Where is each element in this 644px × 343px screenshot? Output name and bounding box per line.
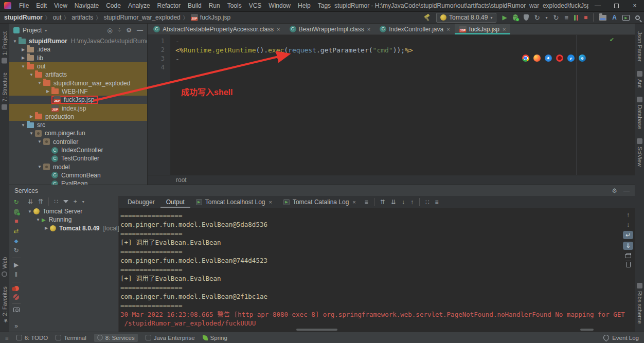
breadcrumb-project[interactable]: stupidRumor bbox=[4, 14, 43, 21]
menu-vcs[interactable]: VCS bbox=[245, 2, 265, 10]
menu-edit[interactable]: Edit bbox=[32, 2, 50, 10]
project-structure-icon[interactable] bbox=[599, 15, 606, 21]
scroll-to-end-icon[interactable]: ⇓ bbox=[623, 242, 633, 250]
debug-server-icon[interactable] bbox=[14, 209, 19, 215]
collapse-all-icon[interactable]: ⇈ bbox=[38, 198, 43, 205]
inspections-ok-icon[interactable]: ✔ bbox=[610, 37, 614, 43]
tab-debugger[interactable]: Debugger bbox=[122, 196, 160, 208]
sidebar-item-json-parser[interactable]: Json Parser bbox=[637, 31, 643, 62]
tab-localhost-log[interactable]: ▶ Tomcat Localhost Log × bbox=[190, 196, 278, 208]
tree-item-root[interactable]: ▼ stupidRumor H:\myJavaCode\stupidRumor bbox=[9, 37, 147, 45]
hide-panel-icon[interactable]: — bbox=[623, 187, 630, 194]
gear-icon[interactable]: ⚙ bbox=[126, 27, 132, 34]
tab-beanwrapper[interactable]: C BeanWrapperImpl.class × bbox=[285, 24, 375, 34]
expand-all-icon[interactable]: ⇊ bbox=[28, 198, 33, 205]
chevron-right-icon[interactable]: ▶ bbox=[43, 226, 50, 230]
soft-wrap-icon[interactable]: ↵ bbox=[623, 231, 633, 239]
editor-breadcrumb[interactable]: root bbox=[148, 175, 635, 185]
preview-run-icon[interactable]: ▶ bbox=[622, 15, 630, 21]
chrome-icon[interactable] bbox=[522, 55, 529, 62]
breadcrumb-artifacts[interactable]: artifacts bbox=[71, 14, 93, 21]
pause-icon[interactable]: ‖ bbox=[15, 272, 17, 278]
event-log-button[interactable]: Event Log bbox=[603, 335, 639, 341]
chevron-down-icon[interactable]: ▼ bbox=[28, 73, 35, 77]
chevron-down-icon[interactable]: ▼ bbox=[36, 139, 43, 144]
tree-item-model[interactable]: ▼ model bbox=[9, 163, 147, 171]
chevron-down-icon[interactable]: ▼ bbox=[28, 131, 35, 136]
tool-window-switcher-icon[interactable]: ≡ bbox=[5, 335, 9, 341]
tree-item-controller[interactable]: ▼ controller bbox=[9, 138, 147, 146]
resume-icon[interactable]: ▶ bbox=[14, 262, 19, 268]
chevron-down-icon[interactable]: ▼ bbox=[20, 64, 27, 69]
chevron-down-icon[interactable]: ▼ bbox=[20, 123, 27, 128]
close-icon[interactable]: × bbox=[503, 26, 506, 32]
minimize-button[interactable]: — bbox=[588, 0, 607, 12]
sidebar-item-structure[interactable]: 7: Structure bbox=[2, 73, 8, 110]
chevron-right-icon[interactable]: ▶ bbox=[20, 47, 27, 52]
close-button[interactable]: × bbox=[625, 0, 644, 12]
tree-item-indexcontroller[interactable]: C IndexController bbox=[9, 146, 147, 154]
horizontal-scrollbar[interactable] bbox=[296, 329, 337, 331]
thread-dump-icon[interactable] bbox=[13, 308, 20, 312]
tree-item-artifacts[interactable]: ▼ artifacts bbox=[9, 70, 147, 79]
tab-abstractnestable[interactable]: C AbstractNestablePropertyAccessor.class… bbox=[149, 24, 285, 34]
profiler-button[interactable]: ↻ bbox=[534, 14, 540, 21]
settings-lines-icon[interactable]: ≡ bbox=[435, 198, 439, 206]
chevron-down-icon[interactable]: ▼ bbox=[36, 165, 43, 169]
firefox-icon[interactable] bbox=[533, 55, 541, 62]
internet-explorer-icon[interactable]: e bbox=[567, 55, 575, 62]
close-icon[interactable]: × bbox=[352, 199, 355, 205]
chevron-down-icon[interactable]: ▾ bbox=[45, 28, 47, 33]
sidebar-item-web[interactable]: Web bbox=[2, 257, 8, 277]
menu-run[interactable]: Run bbox=[205, 2, 224, 10]
tree-item-tomcat-server[interactable]: ▼ Tomcat Server bbox=[23, 207, 118, 215]
tree-item-web-inf[interactable]: ▶ WEB-INF bbox=[9, 87, 147, 96]
chevron-right-icon[interactable]: ▶ bbox=[44, 89, 51, 94]
grid-icon[interactable]: ∷ bbox=[425, 198, 430, 206]
tree-item-indexjsp[interactable]: JSP index.jsp bbox=[9, 104, 147, 112]
tree-item-package[interactable]: ▼ com.pinger.fun bbox=[9, 129, 147, 137]
chevron-down-icon[interactable]: ▼ bbox=[26, 209, 33, 214]
tree-item-commonbean[interactable]: C CommonBean bbox=[9, 171, 147, 179]
collapse-all-icon[interactable]: ÷ bbox=[118, 27, 121, 34]
view-breakpoints-icon[interactable] bbox=[14, 286, 19, 291]
editor-body[interactable]: 1234 -<%Runtime.getRuntime().exec(reques… bbox=[148, 35, 635, 175]
statusbar-terminal[interactable]: Terminal bbox=[56, 335, 86, 341]
menu-tools[interactable]: Tools bbox=[224, 2, 245, 10]
rerun-server-icon[interactable]: ↻ bbox=[13, 199, 19, 206]
breadcrumb-war-exploded[interactable]: stupidRumor_war_exploded bbox=[103, 14, 180, 21]
sidebar-item-project[interactable]: 1: Project bbox=[2, 31, 8, 63]
close-icon[interactable]: × bbox=[367, 26, 370, 32]
menu-build[interactable]: Build bbox=[184, 2, 205, 10]
close-icon[interactable]: × bbox=[277, 26, 280, 32]
tree-item-production[interactable]: ▶ production bbox=[9, 113, 147, 121]
gear-icon[interactable]: ⚙ bbox=[612, 187, 617, 194]
menu-refactor[interactable]: Refactor bbox=[154, 2, 184, 10]
console-output[interactable]: ================com.pinger.fun.model.Eva… bbox=[119, 208, 635, 332]
statusbar-todo[interactable]: 6: TODO bbox=[16, 335, 48, 341]
tree-item-war-exploded[interactable]: ▼ stupidRumor_war_exploded bbox=[9, 79, 147, 87]
hide-panel-icon[interactable]: — bbox=[137, 27, 143, 34]
tab-catalina-log[interactable]: ▶ Tomcat Catalina Log × bbox=[278, 196, 362, 208]
statusbar-services[interactable]: 8: Services bbox=[94, 334, 138, 342]
mute-breakpoints-icon[interactable] bbox=[13, 294, 19, 300]
tree-item-testcontroller[interactable]: C TestController bbox=[9, 154, 147, 163]
tab-indexcontroller[interactable]: C IndexController.java × bbox=[375, 24, 455, 34]
close-icon[interactable]: × bbox=[269, 199, 272, 205]
chevron-down-icon[interactable]: ▼ bbox=[34, 218, 42, 222]
run-configuration-selector[interactable]: Tomcat 8.0.49 ▾ bbox=[436, 13, 496, 23]
services-title[interactable]: Services bbox=[14, 187, 38, 194]
chevron-down-icon[interactable]: ▼ bbox=[11, 39, 19, 44]
tree-item-src[interactable]: ▼ src bbox=[9, 121, 147, 129]
group-by-icon[interactable]: ∷ bbox=[54, 198, 58, 205]
locate-file-icon[interactable]: ◎ bbox=[107, 27, 112, 34]
statusbar-spring[interactable]: Spring bbox=[203, 335, 227, 341]
menu-help[interactable]: Help bbox=[294, 2, 314, 10]
menu-window[interactable]: Window bbox=[265, 2, 294, 10]
prev-message-icon[interactable]: ↑ bbox=[410, 198, 414, 206]
update-resources-icon[interactable]: ◆ bbox=[14, 238, 19, 244]
rerun-profiler-button[interactable]: ↻ bbox=[553, 14, 559, 21]
menu-analyze[interactable]: Analyze bbox=[124, 2, 154, 10]
deploy-icon[interactable]: ⇄ bbox=[13, 228, 19, 234]
tab-output[interactable]: Output bbox=[160, 196, 190, 208]
